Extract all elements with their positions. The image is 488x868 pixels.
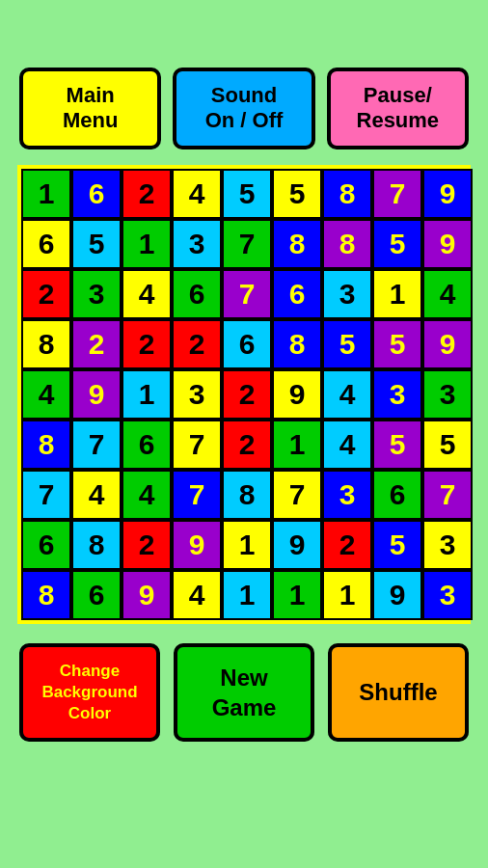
top-buttons-container: MainMenu SoundOn / Off Pause/Resume [0, 68, 488, 149]
change-background-button[interactable]: ChangeBackgroundColor [19, 643, 160, 742]
grid-cell-64[interactable]: 8 [71, 520, 122, 570]
grid-cell-5[interactable]: 5 [272, 169, 322, 219]
grid-cell-51[interactable]: 4 [322, 420, 372, 470]
grid-cell-12[interactable]: 3 [172, 219, 222, 269]
grid-cell-45[interactable]: 8 [21, 420, 71, 470]
grid-cell-34[interactable]: 5 [372, 319, 422, 369]
grid-cell-24[interactable]: 3 [322, 269, 372, 319]
grid-cell-28[interactable]: 2 [71, 319, 122, 369]
grid-cell-47[interactable]: 6 [122, 420, 172, 470]
grid-cell-66[interactable]: 9 [172, 520, 222, 570]
grid-cell-36[interactable]: 4 [21, 369, 71, 420]
grid-cell-54[interactable]: 7 [21, 470, 71, 520]
grid-cell-20[interactable]: 4 [122, 269, 172, 319]
grid-cell-50[interactable]: 1 [272, 420, 322, 470]
grid-cell-38[interactable]: 1 [122, 369, 172, 420]
grid-cell-4[interactable]: 5 [222, 169, 272, 219]
grid-cell-42[interactable]: 4 [322, 369, 372, 420]
grid-cell-11[interactable]: 1 [122, 219, 172, 269]
grid-cell-35[interactable]: 9 [422, 319, 473, 369]
grid-cell-9[interactable]: 6 [21, 219, 71, 269]
grid-cell-77[interactable]: 1 [272, 570, 322, 620]
grid-cell-65[interactable]: 2 [122, 520, 172, 570]
grid-cell-53[interactable]: 5 [422, 420, 473, 470]
grid-cell-40[interactable]: 2 [222, 369, 272, 420]
grid-cell-56[interactable]: 4 [122, 470, 172, 520]
grid-cell-10[interactable]: 5 [71, 219, 122, 269]
grid-cell-72[interactable]: 8 [21, 570, 71, 620]
grid-cell-26[interactable]: 4 [422, 269, 473, 319]
new-game-button[interactable]: NewGame [174, 643, 314, 742]
grid-cell-22[interactable]: 7 [222, 269, 272, 319]
grid-cell-13[interactable]: 7 [222, 219, 272, 269]
sound-button[interactable]: SoundOn / Off [173, 68, 314, 149]
grid-cell-6[interactable]: 8 [322, 169, 372, 219]
grid-cell-63[interactable]: 6 [21, 520, 71, 570]
grid-cell-78[interactable]: 1 [322, 570, 372, 620]
game-grid: 1624558796513788592346763148222685594913… [17, 165, 471, 624]
main-menu-button[interactable]: MainMenu [19, 68, 161, 149]
grid-cell-41[interactable]: 9 [272, 369, 322, 420]
grid-cell-29[interactable]: 2 [122, 319, 172, 369]
grid-cell-69[interactable]: 2 [322, 520, 372, 570]
grid-cell-73[interactable]: 6 [71, 570, 122, 620]
grid-cell-43[interactable]: 3 [372, 369, 422, 420]
grid-cell-80[interactable]: 3 [422, 570, 473, 620]
grid-cell-30[interactable]: 2 [172, 319, 222, 369]
grid-cell-15[interactable]: 8 [322, 219, 372, 269]
grid-cell-21[interactable]: 6 [172, 269, 222, 319]
grid-cell-8[interactable]: 9 [422, 169, 473, 219]
grid-cell-61[interactable]: 6 [372, 470, 422, 520]
grid-cell-52[interactable]: 5 [372, 420, 422, 470]
shuffle-button[interactable]: Shuffle [328, 643, 469, 742]
grid-cell-44[interactable]: 3 [422, 369, 473, 420]
grid-cell-60[interactable]: 3 [322, 470, 372, 520]
grid-cell-17[interactable]: 9 [422, 219, 473, 269]
grid-cell-79[interactable]: 9 [372, 570, 422, 620]
grid-cell-48[interactable]: 7 [172, 420, 222, 470]
grid-cell-71[interactable]: 3 [422, 520, 473, 570]
grid-cell-23[interactable]: 6 [272, 269, 322, 319]
grid-cell-14[interactable]: 8 [272, 219, 322, 269]
grid-cell-37[interactable]: 9 [71, 369, 122, 420]
grid-cell-2[interactable]: 2 [122, 169, 172, 219]
grid-cell-7[interactable]: 7 [372, 169, 422, 219]
grid-cell-76[interactable]: 1 [222, 570, 272, 620]
grid-cell-33[interactable]: 5 [322, 319, 372, 369]
grid-cell-0[interactable]: 1 [21, 169, 71, 219]
grid-cell-70[interactable]: 5 [372, 520, 422, 570]
grid-cell-31[interactable]: 6 [222, 319, 272, 369]
grid-cell-59[interactable]: 7 [272, 470, 322, 520]
grid-cell-62[interactable]: 7 [422, 470, 473, 520]
grid-cell-58[interactable]: 8 [222, 470, 272, 520]
grid-cell-3[interactable]: 4 [172, 169, 222, 219]
grid-cell-67[interactable]: 1 [222, 520, 272, 570]
grid-cell-25[interactable]: 1 [372, 269, 422, 319]
grid-cell-49[interactable]: 2 [222, 420, 272, 470]
grid-cell-57[interactable]: 7 [172, 470, 222, 520]
grid-cell-19[interactable]: 3 [71, 269, 122, 319]
grid-cell-68[interactable]: 9 [272, 520, 322, 570]
grid-cell-32[interactable]: 8 [272, 319, 322, 369]
pause-resume-button[interactable]: Pause/Resume [327, 68, 469, 149]
grid-cell-74[interactable]: 9 [122, 570, 172, 620]
grid-cell-55[interactable]: 4 [71, 470, 122, 520]
grid-cell-16[interactable]: 5 [372, 219, 422, 269]
grid-cell-39[interactable]: 3 [172, 369, 222, 420]
grid-cell-27[interactable]: 8 [21, 319, 71, 369]
grid-cell-75[interactable]: 4 [172, 570, 222, 620]
bottom-buttons-container: ChangeBackgroundColor NewGame Shuffle [0, 643, 488, 742]
grid-cell-18[interactable]: 2 [21, 269, 71, 319]
grid-cell-1[interactable]: 6 [71, 169, 122, 219]
grid-cell-46[interactable]: 7 [71, 420, 122, 470]
